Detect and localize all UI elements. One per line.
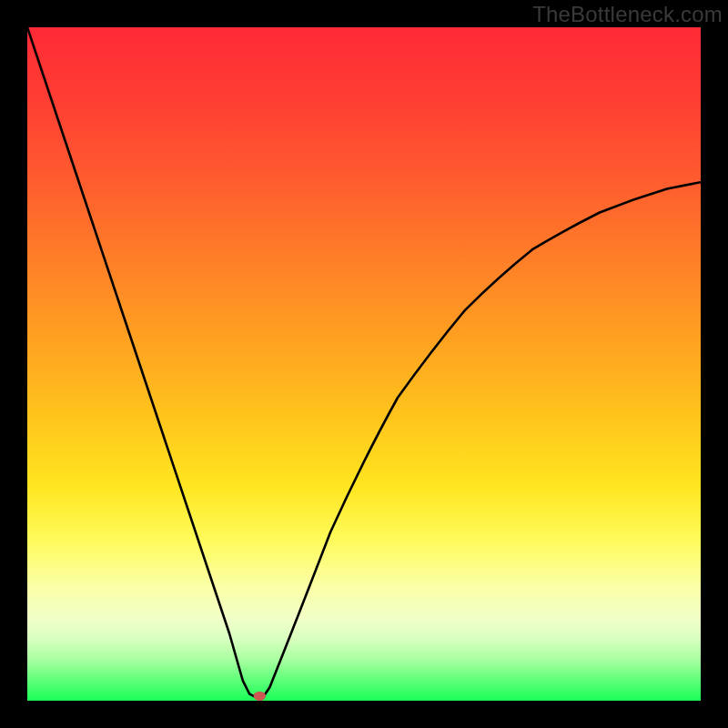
plot-area — [27, 27, 701, 701]
bottleneck-curve — [27, 27, 701, 697]
watermark-text: TheBottleneck.com — [532, 2, 723, 27]
chart-frame: TheBottleneck.com — [0, 0, 728, 728]
marker-dot — [254, 692, 266, 701]
plot-svg — [27, 27, 701, 701]
